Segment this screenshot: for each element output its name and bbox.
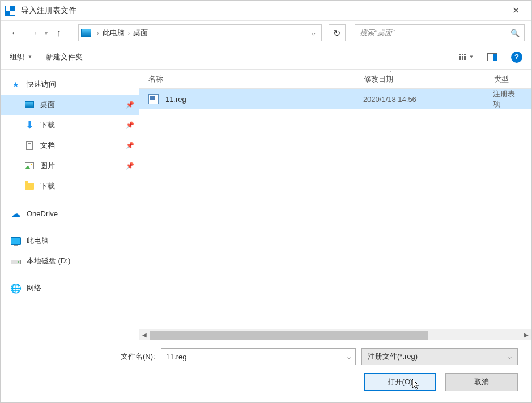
chevron-down-icon[interactable]: ⌵ — [347, 354, 351, 360]
breadcrumb-dropdown[interactable]: ⌵ — [308, 29, 319, 37]
sidebar-thispc[interactable]: 此电脑 — [1, 230, 139, 251]
column-name-header[interactable]: 名称 — [148, 74, 364, 84]
navigation-bar: ← → ▾ ↑ › 此电脑 › 桌面 ⌵ ↻ 搜索"桌面" 🔍 — [1, 21, 531, 45]
location-icon — [81, 29, 91, 37]
filename-value: 11.reg — [166, 353, 187, 361]
file-type: 注册表项 — [493, 89, 522, 109]
breadcrumb[interactable]: › 此电脑 › 桌面 ⌵ — [78, 24, 322, 41]
picture-icon — [24, 161, 35, 171]
chevron-down-icon: ▼ — [469, 54, 474, 59]
sidebar-downloads[interactable]: ⬇ 下载 📌 — [1, 115, 139, 135]
organize-label: 组织 — [10, 52, 24, 62]
scroll-left-button[interactable]: ◀ — [139, 330, 150, 340]
filename-input[interactable]: 11.reg ⌵ — [161, 348, 356, 365]
preview-icon — [487, 53, 497, 61]
scroll-thumb[interactable] — [150, 331, 428, 340]
sidebar-quick-access[interactable]: ★ 快速访问 — [1, 74, 139, 95]
sidebar-label: 此电脑 — [27, 235, 134, 246]
column-type-header[interactable]: 类型 — [494, 74, 522, 84]
sidebar-documents[interactable]: 文档 📌 — [1, 135, 139, 156]
file-list-area: ⌃ 名称 修改日期 类型 11.reg 2020/1/18 14:56 注册表项… — [139, 70, 531, 340]
scroll-track[interactable] — [150, 331, 521, 340]
document-icon — [24, 140, 35, 151]
desktop-icon — [24, 100, 35, 110]
sidebar-desktop[interactable]: 桌面 📌 — [1, 95, 139, 115]
download-icon: ⬇ — [24, 120, 35, 130]
file-name: 11.reg — [165, 95, 363, 104]
star-icon: ★ — [11, 79, 21, 89]
preview-pane-button[interactable] — [487, 53, 497, 61]
sidebar-network[interactable]: 🌐 网络 — [1, 278, 139, 298]
filename-label: 文件名(N): — [121, 351, 155, 362]
folder-icon — [24, 181, 35, 191]
column-date-header[interactable]: 修改日期 — [364, 74, 494, 84]
filter-text: 注册文件(*.reg) — [368, 351, 418, 362]
file-type-filter[interactable]: 注册文件(*.reg) ⌵ — [361, 348, 518, 365]
sidebar-downloads-folder[interactable]: 下载 — [1, 176, 139, 196]
view-menu[interactable]: ▼ — [459, 54, 474, 60]
open-button[interactable]: 打开(O) — [364, 373, 436, 391]
network-icon: 🌐 — [11, 283, 21, 293]
filename-row: 文件名(N): 11.reg ⌵ 注册文件(*.reg) ⌵ — [14, 348, 518, 365]
cloud-icon: ☁ — [11, 208, 21, 218]
sidebar-pictures[interactable]: 图片 📌 — [1, 156, 139, 176]
breadcrumb-item[interactable]: 此电脑 — [103, 28, 125, 38]
refresh-button[interactable]: ↻ — [329, 24, 346, 41]
search-input[interactable]: 搜索"桌面" 🔍 — [355, 24, 525, 41]
new-folder-label: 新建文件夹 — [46, 52, 83, 62]
dialog-bottom: 文件名(N): 11.reg ⌵ 注册文件(*.reg) ⌵ 打开(O) 取消 — [1, 340, 531, 402]
disk-icon — [11, 256, 21, 266]
sidebar-label: 本地磁盘 (D:) — [27, 256, 134, 266]
file-list[interactable]: 11.reg 2020/1/18 14:56 注册表项 — [139, 89, 531, 329]
file-dialog-window: 导入注册表文件 ✕ ← → ▾ ↑ › 此电脑 › 桌面 ⌵ ↻ 搜索"桌面" … — [0, 0, 532, 403]
toolbar: 组织 ▼ 新建文件夹 ▼ ? — [1, 45, 531, 70]
titlebar: 导入注册表文件 ✕ — [1, 1, 531, 21]
chevron-down-icon: ⌵ — [508, 354, 512, 360]
back-button[interactable]: ← — [7, 25, 23, 41]
cancel-button[interactable]: 取消 — [445, 373, 518, 391]
chevron-down-icon: ▼ — [28, 54, 32, 59]
sidebar-label: 快速访问 — [27, 79, 134, 89]
search-placeholder: 搜索"桌面" — [360, 28, 510, 38]
help-button[interactable]: ? — [511, 52, 522, 63]
sidebar-localdisk[interactable]: 本地磁盘 (D:) — [1, 251, 139, 271]
forward-button[interactable]: → — [25, 25, 41, 41]
sidebar-label: 下载 — [40, 120, 120, 130]
file-row[interactable]: 11.reg 2020/1/18 14:56 注册表项 — [139, 89, 531, 109]
button-row: 打开(O) 取消 — [14, 373, 518, 391]
sidebar-label: 下载 — [40, 181, 134, 191]
new-folder-button[interactable]: 新建文件夹 — [46, 52, 83, 62]
sidebar-label: 网络 — [27, 283, 134, 293]
sidebar-label: 文档 — [40, 140, 120, 151]
organize-menu[interactable]: 组织 ▼ — [10, 52, 32, 62]
pin-icon: 📌 — [126, 121, 134, 129]
sort-indicator: ⌃ — [389, 71, 393, 76]
close-button[interactable]: ✕ — [504, 1, 527, 21]
sidebar-onedrive[interactable]: ☁ OneDrive — [1, 203, 139, 224]
pin-icon: 📌 — [126, 142, 134, 149]
sidebar-label: 图片 — [40, 161, 120, 171]
view-icon — [459, 54, 466, 60]
pin-icon: 📌 — [126, 162, 134, 170]
breadcrumb-item[interactable]: 桌面 — [133, 28, 148, 38]
column-headers: ⌃ 名称 修改日期 类型 — [139, 70, 531, 89]
cursor-icon — [412, 379, 422, 393]
scroll-right-button[interactable]: ▶ — [521, 330, 531, 340]
app-icon — [5, 6, 15, 16]
horizontal-scrollbar[interactable]: ◀ ▶ — [139, 329, 531, 340]
pin-icon: 📌 — [126, 101, 134, 109]
search-icon: 🔍 — [510, 29, 520, 37]
breadcrumb-sep: › — [97, 29, 99, 36]
up-button[interactable]: ↑ — [51, 25, 67, 41]
reg-file-icon — [148, 94, 159, 104]
main-area: ★ 快速访问 桌面 📌 ⬇ 下载 📌 文档 📌 图片 📌 — [1, 70, 531, 340]
window-title: 导入注册表文件 — [21, 6, 504, 16]
sidebar: ★ 快速访问 桌面 📌 ⬇ 下载 📌 文档 📌 图片 📌 — [1, 70, 139, 340]
sidebar-label: 桌面 — [40, 100, 120, 110]
history-dropdown[interactable]: ▾ — [45, 30, 48, 36]
file-date: 2020/1/18 14:56 — [363, 95, 493, 104]
breadcrumb-sep: › — [128, 29, 130, 36]
pc-icon — [11, 235, 21, 246]
sidebar-label: OneDrive — [27, 209, 134, 218]
